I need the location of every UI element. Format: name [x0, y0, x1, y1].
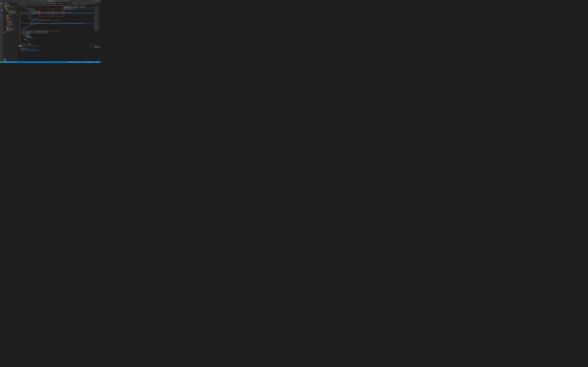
tree-item[interactable]: ⌄📁views: [3, 26, 18, 28]
status-cursor[interactable]: 行 36, 列 33: [68, 61, 72, 63]
match-word-icon[interactable]: ab: [76, 7, 77, 8]
tree-item[interactable]: ⌄📁tools: [3, 19, 18, 21]
status-encoding[interactable]: UTF-8: [77, 61, 79, 63]
minimap[interactable]: [94, 6, 101, 43]
breadcrumb-item[interactable]: company: [41, 5, 45, 6]
tree-item[interactable]: VsearchBar-Item.vue: [3, 12, 18, 13]
terminal-process[interactable]: nodewrite…: [95, 45, 100, 47]
status-feedback-icon[interactable]: ⊕: [99, 61, 100, 63]
tree-item[interactable]: JSindex.js: [3, 18, 18, 19]
docker-icon[interactable]: [0, 18, 2, 20]
find-close-icon[interactable]: ✕: [91, 7, 92, 8]
code-editor[interactable]: <template> <div class="container"> <div …: [22, 6, 93, 43]
tab-problems[interactable]: 问题5: [19, 43, 22, 45]
match-case-icon[interactable]: Aa: [74, 7, 75, 8]
status-ports[interactable]: ⬡ 0: [15, 62, 17, 63]
panel-close-icon[interactable]: ✕: [99, 43, 100, 45]
terminal-link[interactable]: http://localhost:8081/: [25, 49, 36, 50]
editor-tab[interactable]: {}bezierEasing.less: [48, 2, 57, 5]
regex-icon[interactable]: .*: [77, 7, 79, 8]
find-input[interactable]: [63, 7, 74, 8]
tabs-more-icon[interactable]: ⋯: [99, 3, 100, 4]
tree-item[interactable]: ⌄📁write-employee-system●: [3, 6, 18, 8]
editor-tab[interactable]: VindexView.vue.../companyM✕: [57, 2, 72, 5]
layout-bottom-icon[interactable]: ⬓: [95, 0, 96, 1]
tab-debug-console[interactable]: 调试控制台: [23, 43, 27, 45]
tree-item[interactable]: VnavigationView.vue: [3, 10, 18, 12]
nav-back-icon[interactable]: ←: [30, 0, 31, 1]
search-activity-icon[interactable]: [0, 6, 2, 8]
tree-item[interactable]: JScrypto.js: [3, 21, 18, 22]
status-selector[interactable]: <TagName prop-name />: [86, 61, 95, 63]
editor-tab[interactable]: Vind: [90, 2, 94, 5]
layout-side-icon[interactable]: ◨: [97, 0, 98, 1]
editor-tab[interactable]: JSsaveVuex.js: [72, 2, 79, 5]
breadcrumb-item[interactable]: ▢div.bar: [69, 5, 73, 6]
breadcrumb-item[interactable]: src: [30, 5, 31, 6]
explorer-icon[interactable]: [0, 3, 2, 5]
remote-indicator[interactable]: ⟷: [0, 61, 2, 63]
status-sync[interactable]: ↻ 0↓ 1↑: [8, 62, 10, 63]
workspace-header[interactable]: ⌄ 无标题 (工作区): [3, 5, 18, 6]
breadcrumb-item[interactable]: ▢div.search: [73, 5, 78, 6]
timeline-section[interactable]: ›时间线: [3, 60, 18, 61]
editor-tab[interactable]: VindexView.vue.../gusterM: [28, 2, 41, 5]
extensions-icon[interactable]: [0, 15, 2, 17]
terminal-link[interactable]: http://10.242.192.0:8081/: [26, 50, 39, 51]
tree-item[interactable]: JSsaveVuex.js: [3, 23, 18, 25]
replace-one-icon[interactable]: ⤷: [77, 8, 79, 10]
breadcrumb-item[interactable]: {}template: [53, 5, 57, 6]
breadcrumb[interactable]: 📁write-employee-system›src›views›Regular…: [18, 5, 101, 6]
debug-icon[interactable]: [0, 12, 2, 14]
sidebar-more-icon[interactable]: ⋯: [17, 3, 17, 4]
terminal-split-icon[interactable]: ⌄: [95, 43, 95, 45]
status-indent[interactable]: 空格: 4: [73, 61, 76, 63]
breadcrumb-item[interactable]: ▢div.box: [65, 5, 68, 6]
terminal-output[interactable]: DONE Compiled successfully in 839ms12:25…: [18, 45, 94, 61]
settings-gear-icon[interactable]: [0, 59, 2, 60]
command-center[interactable]: 无标题 (工作区): [32, 0, 69, 2]
panel-maximize-icon[interactable]: ˄: [98, 43, 98, 45]
account-icon[interactable]: [0, 56, 2, 58]
tree-item[interactable]: ⌄📁components: [3, 9, 18, 10]
tree-item[interactable]: ›📁router: [3, 15, 18, 16]
scm-icon[interactable]: 274: [0, 9, 2, 10]
find-prev-icon[interactable]: ↑: [86, 7, 87, 8]
breadcrumb-item[interactable]: ▢searchBar.bar: [79, 5, 85, 6]
tree-item[interactable]: ⌄📁store: [3, 16, 18, 18]
replace-input[interactable]: [63, 8, 74, 10]
replace-all-icon[interactable]: ⤷⤷: [79, 8, 80, 10]
split-editor-icon[interactable]: ◫: [97, 3, 98, 4]
new-terminal-icon[interactable]: ＋: [93, 43, 94, 45]
breadcrumb-item[interactable]: views: [32, 5, 34, 6]
compare-icon[interactable]: ⇄: [95, 3, 96, 4]
tree-item[interactable]: JSutil.js: [3, 25, 18, 26]
find-selection-icon[interactable]: ≡: [89, 7, 90, 8]
editor-tab[interactable]: JSmain.jsM: [41, 2, 47, 5]
tree-item[interactable]: ›📁Administrator: [3, 28, 18, 29]
terminal-process[interactable]: nodewrite…: [95, 47, 100, 48]
status-language[interactable]: vue: [84, 61, 85, 63]
breadcrumb-item[interactable]: ▢div.container: [58, 5, 64, 6]
status-problems[interactable]: ⊘ 5 ⚠ 0: [11, 62, 14, 63]
output-section[interactable]: ⌄输出: [3, 31, 18, 33]
editor-tab[interactable]: VcompanyModal.vueM: [79, 2, 90, 5]
breadcrumb-item[interactable]: VindexView.vue: [46, 5, 52, 6]
tab-terminal[interactable]: 终端: [29, 43, 30, 45]
tree-item[interactable]: ⌄📁src: [3, 8, 18, 9]
outline-section[interactable]: ›大纲: [3, 58, 18, 60]
status-eol[interactable]: LF: [80, 61, 81, 63]
customize-layout-icon[interactable]: ⠿: [99, 0, 100, 1]
layout-panel-icon[interactable]: ◧: [94, 0, 95, 1]
editor-tab[interactable]: VsearchBar.vue4, M: [18, 2, 28, 5]
breadcrumb-item[interactable]: RegularUsers: [35, 5, 40, 6]
tree-item[interactable]: VsearchBar.vue4, M: [3, 13, 18, 15]
breadcrumb-item[interactable]: 📁write-employee-system: [19, 5, 29, 6]
nav-forward-icon[interactable]: →: [33, 0, 34, 1]
preserve-case-icon[interactable]: AB: [74, 8, 75, 10]
status-branch[interactable]: ⎇ main*: [3, 62, 7, 63]
find-next-icon[interactable]: ↓: [87, 7, 89, 8]
tree-item[interactable]: ›📁LoginView: [3, 29, 18, 31]
tree-item[interactable]: JSrequest.js: [3, 22, 18, 23]
status-prettier[interactable]: Prettier: [96, 61, 98, 63]
